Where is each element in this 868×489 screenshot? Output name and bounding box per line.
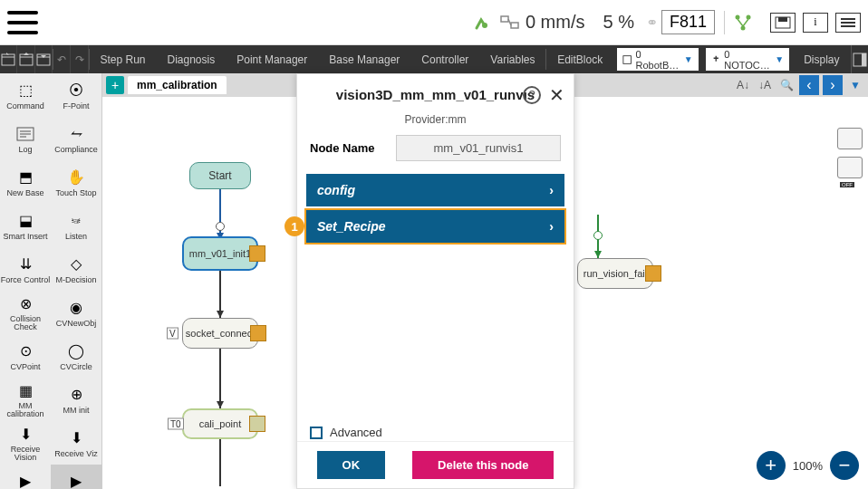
search-icon[interactable]: 🔍 (777, 76, 796, 94)
menu-bar: ↶ ↷ Step Run Diagnosis Point Manager Bas… (0, 45, 868, 73)
node-badge-icon (250, 325, 266, 341)
branch-icon[interactable] (734, 14, 752, 32)
pal-collision[interactable]: ⊗Collision Check (0, 291, 51, 334)
menu-diagnosis[interactable]: Diagnosis (157, 45, 227, 73)
zoom-controls: + 100% − (757, 451, 859, 480)
info-icon[interactable]: i (803, 13, 828, 33)
node-editor-modal: vision3D_mm_mm_v01_runvis ? ✕ Provider:m… (296, 73, 574, 489)
pal-compliance[interactable]: ⥊Compliance (51, 117, 101, 160)
checkbox-icon[interactable] (310, 427, 323, 439)
file-icon-3[interactable] (35, 45, 53, 73)
node-runvision[interactable]: run_vision_fail (577, 258, 653, 289)
nodename-input[interactable] (396, 135, 561, 161)
svg-rect-7 (778, 17, 787, 22)
robot-status-icon (473, 14, 491, 32)
advanced-checkbox[interactable]: Advanced (310, 426, 382, 439)
pal-forcecontrol[interactable]: ⇊Force Control (0, 247, 51, 291)
sort-za-icon[interactable]: ↓A (756, 76, 774, 94)
close-icon[interactable]: ✕ (549, 84, 564, 106)
pal-mmcalib[interactable]: ▦MM calibration (0, 378, 51, 421)
connector-dot[interactable] (216, 222, 225, 231)
ok-button[interactable]: OK (317, 451, 386, 479)
pal-cvpoint[interactable]: ⊙CVPoint (0, 334, 51, 378)
pal-runvision[interactable]: ▶Run Vision (0, 465, 51, 489)
speed-readout: 0 mm/s (500, 12, 585, 33)
pal-touchstop[interactable]: ✋Touch Stop (51, 160, 101, 204)
node-init[interactable]: mm_v01_init1 (182, 236, 258, 271)
robot-dropdown[interactable]: 0 RobotB…▼ (617, 48, 699, 71)
provider-label: Provider:mm (297, 113, 574, 126)
svg-marker-24 (217, 311, 224, 318)
code-box: F811 (661, 10, 715, 34)
panel-layout-icon[interactable] (837, 128, 863, 149)
nav-prev-icon[interactable]: ‹ (799, 75, 819, 95)
code-value: F811 (670, 13, 707, 31)
add-tab-button[interactable]: + (106, 76, 124, 94)
pal-smartinsert[interactable]: ⬓Smart Insert (0, 204, 51, 247)
node-cali[interactable]: cali_point T0 (182, 408, 258, 439)
pal-mminit[interactable]: ⊕MM init (51, 378, 101, 421)
menu-icon[interactable] (7, 11, 38, 34)
node-socket[interactable]: socket_connect V (182, 318, 258, 349)
panel-toggle-icon[interactable] (851, 45, 868, 73)
step-callout: 1 (285, 216, 304, 236)
pal-fpoint[interactable]: ⦿F-Point (51, 73, 101, 117)
file-icon-2[interactable] (17, 45, 34, 73)
svg-rect-16 (862, 53, 866, 66)
menu-editblock[interactable]: EditBlock (546, 45, 613, 73)
config-button[interactable]: config› (306, 174, 564, 206)
list-icon[interactable] (835, 13, 861, 33)
zoom-in-button[interactable]: + (757, 451, 786, 480)
pal-newbase[interactable]: ⬒New Base (0, 160, 51, 204)
undo-icon[interactable]: ↶ (53, 45, 71, 73)
node-badge-icon (645, 265, 661, 282)
pal-cvnewobj[interactable]: ◉CVNewObj (51, 291, 101, 334)
file-icon-1[interactable] (0, 45, 17, 73)
speed-value: 0 mm/s (526, 12, 585, 33)
side-panels (837, 128, 863, 178)
tab-active[interactable]: mm_calibration (128, 76, 227, 94)
svg-rect-12 (20, 54, 33, 65)
tool-dropdown[interactable]: 0 NOTOC…▼ (706, 48, 789, 71)
zoom-out-button[interactable]: − (830, 451, 859, 480)
menu-step-run[interactable]: Step Run (89, 45, 156, 73)
menu-base-manager[interactable]: Base Manager (318, 45, 410, 73)
percent-readout: 5 % (603, 12, 634, 33)
menu-point-manager[interactable]: Point Manager (226, 45, 318, 73)
svg-point-3 (736, 14, 740, 19)
help-icon[interactable]: ? (523, 86, 541, 104)
node-badge-icon (249, 245, 265, 262)
pal-log[interactable]: Log (0, 117, 51, 160)
delete-node-button[interactable]: Delete this node (412, 451, 554, 479)
redo-icon[interactable]: ↷ (71, 45, 88, 73)
pal-cvcircle[interactable]: ◯CVCircle (51, 334, 101, 378)
svg-point-4 (747, 14, 751, 19)
svg-rect-14 (623, 55, 632, 63)
panel-monitor-icon[interactable] (837, 157, 863, 178)
pal-listen[interactable]: ⎃Listen (51, 204, 101, 247)
nav-next-icon[interactable]: › (823, 75, 843, 95)
menu-variables[interactable]: Variables (479, 45, 545, 73)
nodename-label: Node Name (310, 141, 387, 155)
save-icon[interactable] (770, 13, 796, 33)
node-start[interactable]: Start (189, 162, 251, 189)
node-badge-icon (249, 416, 265, 432)
pal-command[interactable]: ⬚Command (0, 73, 51, 117)
sort-az-icon[interactable]: A↓ (734, 76, 752, 94)
set-recipe-button[interactable]: Set_Recipe› 1 (306, 210, 564, 243)
connector-dot[interactable] (593, 231, 603, 240)
svg-rect-2 (511, 23, 518, 28)
menu-controller[interactable]: Controller (410, 45, 479, 73)
pal-recvviz[interactable]: ⬇Receive Viz (51, 421, 101, 465)
percent-value: 5 % (603, 12, 634, 33)
node-tag: V (167, 328, 178, 340)
svg-point-0 (482, 23, 487, 28)
modal-title: vision3D_mm_mm_v01_runvis (336, 87, 535, 102)
pal-runviz[interactable]: ▶Run Viz (51, 465, 101, 489)
menu-display[interactable]: Display (793, 45, 850, 73)
pal-recvvision[interactable]: ⬇Receive Vision (0, 421, 51, 465)
pal-mdecision[interactable]: ◇M-Decision (51, 247, 101, 291)
dropdown-icon[interactable]: ▼ (846, 76, 864, 94)
svg-marker-28 (594, 251, 602, 258)
zoom-label: 100% (793, 459, 823, 473)
